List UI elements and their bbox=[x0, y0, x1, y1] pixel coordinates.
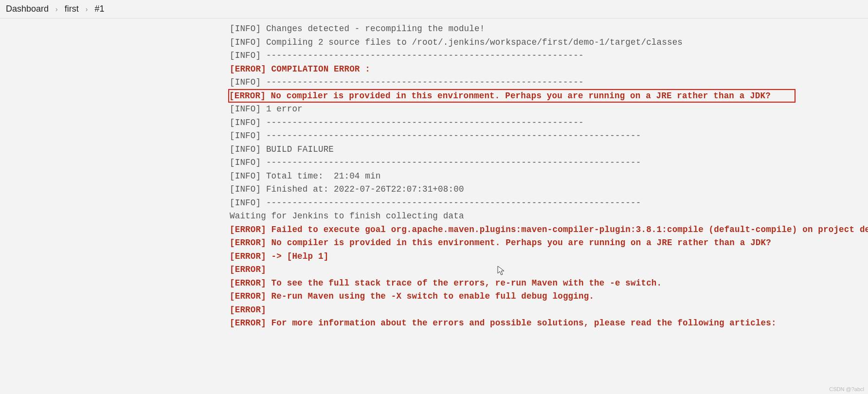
chevron-right-icon: › bbox=[53, 5, 61, 13]
console-line: [ERROR] -> [Help 1] bbox=[230, 250, 868, 264]
console-line: [INFO] ---------------------------------… bbox=[230, 49, 868, 63]
console-line: [INFO] Changes detected - recompiling th… bbox=[230, 22, 868, 36]
highlighted-error-line: [ERROR] No compiler is provided in this … bbox=[228, 89, 796, 103]
breadcrumb-item-job[interactable]: first bbox=[65, 4, 79, 14]
console-line: [INFO] Compiling 2 source files to /root… bbox=[230, 36, 868, 50]
console-line: [INFO] Finished at: 2022-07-26T22:07:31+… bbox=[230, 183, 868, 197]
console-line: [INFO] ---------------------------------… bbox=[230, 156, 868, 170]
console-line: [ERROR] bbox=[230, 263, 868, 277]
console-line: [INFO] Total time: 21:04 min bbox=[230, 170, 868, 183]
console-line: [ERROR] COMPILATION ERROR : bbox=[230, 63, 868, 76]
console-line: [ERROR] No compiler is provided in this … bbox=[230, 236, 868, 250]
console-line: [INFO] ---------------------------------… bbox=[230, 116, 868, 130]
breadcrumb-item-dashboard[interactable]: Dashboard bbox=[6, 4, 49, 14]
chevron-right-icon: › bbox=[83, 5, 91, 13]
console-line: [INFO] BUILD FAILURE bbox=[230, 143, 868, 157]
console-line: [ERROR] For more information about the e… bbox=[230, 317, 868, 330]
console-line: [ERROR] Failed to execute goal org.apach… bbox=[230, 223, 868, 237]
watermark: CSDN @?abcl bbox=[829, 386, 864, 392]
breadcrumb-item-build[interactable]: #1 bbox=[94, 4, 104, 14]
console-line: [ERROR] Re-run Maven using the -X switch… bbox=[230, 290, 868, 304]
console-line: [INFO] 1 error bbox=[230, 103, 868, 116]
console-line: [INFO] ---------------------------------… bbox=[230, 197, 868, 210]
breadcrumb: Dashboard › first › #1 bbox=[0, 0, 868, 18]
console-line: [INFO] ---------------------------------… bbox=[230, 129, 868, 143]
console-line: [ERROR] bbox=[230, 304, 868, 317]
console-output: [INFO] Changes detected - recompiling th… bbox=[0, 18, 868, 334]
console-line: [ERROR] No compiler is provided in this … bbox=[230, 90, 868, 103]
console-line: Waiting for Jenkins to finish collecting… bbox=[230, 210, 868, 223]
console-line: [ERROR] To see the full stack trace of t… bbox=[230, 277, 868, 290]
console-line: [INFO] ---------------------------------… bbox=[230, 76, 868, 90]
